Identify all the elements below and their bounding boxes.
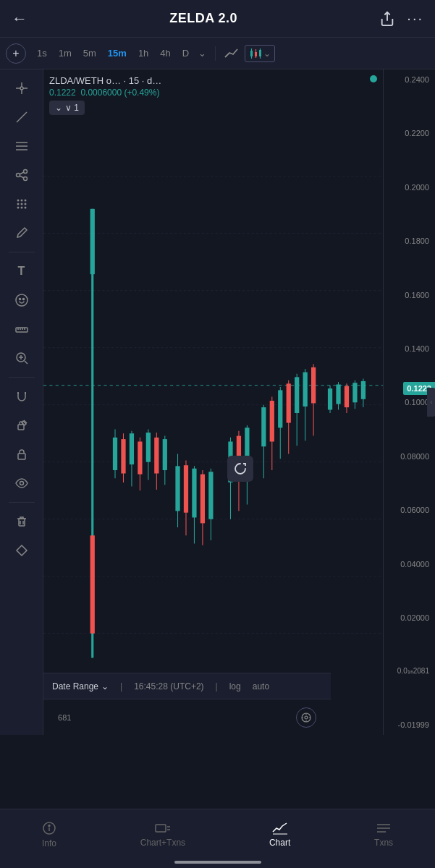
svg-rect-84 <box>175 466 180 511</box>
header-actions: ··· <box>379 10 423 27</box>
svg-point-34 <box>19 299 20 300</box>
price-0.1400: 0.1400 <box>387 344 432 353</box>
svg-rect-82 <box>163 439 167 470</box>
svg-point-26 <box>24 200 26 202</box>
svg-rect-106 <box>287 383 291 422</box>
svg-marker-54 <box>17 545 27 556</box>
nav-chart[interactable]: Chart <box>261 817 299 852</box>
svg-rect-112 <box>311 367 316 404</box>
zoom-tool[interactable] <box>9 345 35 371</box>
text-icon: T <box>18 265 25 278</box>
svg-point-19 <box>16 174 20 177</box>
delete-tool[interactable] <box>9 509 35 535</box>
toolbar-divider-1 <box>9 252 35 252</box>
page-title: ZELDA 2.0 <box>169 11 237 26</box>
nav-txns[interactable]: Txns <box>366 817 402 852</box>
chart-canvas[interactable]: ZLDA/WETH o… · 15 · d… 0.1222 0.0006000 … <box>43 69 383 735</box>
svg-point-27 <box>17 203 19 205</box>
svg-point-131 <box>48 825 50 826</box>
pencil-tool[interactable] <box>9 220 35 246</box>
date-range-button[interactable]: Date Range ⌄ <box>52 681 109 692</box>
nav-chart-txns[interactable]: Chart+Txns <box>132 817 194 852</box>
price-0.02000: 0.02000 <box>387 613 432 622</box>
svg-rect-114 <box>328 388 332 409</box>
nav-info[interactable]: Info <box>33 817 65 853</box>
svg-rect-70 <box>113 438 117 470</box>
chart-settings-button[interactable]: ⌄ ∨ 1 <box>49 101 85 115</box>
log-button[interactable]: log <box>229 681 241 692</box>
scatter-tool[interactable] <box>9 191 35 217</box>
tf-15m[interactable]: 15m <box>103 45 132 61</box>
chart-price-change: 0.1222 0.0006000 (+0.49%) <box>49 88 161 98</box>
more-button[interactable]: ··· <box>407 10 423 27</box>
refresh-button[interactable] <box>227 456 253 482</box>
horizontal-lines-tool[interactable] <box>9 133 35 159</box>
tf-1m[interactable]: 1m <box>54 45 77 61</box>
svg-rect-92 <box>208 472 213 519</box>
tf-more-button[interactable]: ⌄ <box>195 45 209 61</box>
toolbar-divider-3 <box>9 502 35 503</box>
bottom-navigation: Info Chart+Txns Chart Txns <box>0 809 435 868</box>
price-0.1800: 0.1800 <box>387 237 432 245</box>
nav-chart-label: Chart <box>269 838 290 848</box>
svg-rect-68 <box>90 535 95 633</box>
add-timeframe-button[interactable]: + <box>6 43 26 64</box>
network-tool[interactable] <box>9 162 35 188</box>
svg-rect-67 <box>90 209 95 274</box>
candle-icon <box>249 47 262 60</box>
svg-rect-108 <box>295 377 299 413</box>
svg-point-14 <box>20 87 23 90</box>
svg-rect-86 <box>184 465 188 512</box>
svg-rect-118 <box>345 386 349 407</box>
tf-1s[interactable]: 1s <box>32 45 52 61</box>
crosshair-time-button[interactable] <box>296 707 316 728</box>
price-0.2000: 0.2000 <box>387 183 432 192</box>
svg-point-31 <box>20 207 22 209</box>
svg-point-24 <box>17 200 19 202</box>
svg-rect-4 <box>255 52 257 56</box>
svg-line-23 <box>20 176 24 178</box>
line-chart-icon[interactable] <box>224 47 240 60</box>
txns-icon <box>376 822 392 835</box>
chart-type-chevron: ⌄ <box>263 48 271 59</box>
text-tool[interactable]: T <box>9 258 35 284</box>
price-0.06000: 0.06000 <box>387 506 432 514</box>
visibility-tool[interactable] <box>9 470 35 496</box>
svg-rect-7 <box>259 50 261 56</box>
candle-chart-button[interactable]: ⌄ <box>245 45 275 62</box>
svg-line-22 <box>20 172 24 174</box>
tf-5m[interactable]: 5m <box>78 45 101 61</box>
price-chart-svg <box>43 127 383 699</box>
back-button[interactable]: ← <box>12 9 28 28</box>
tf-1h[interactable]: 1h <box>133 45 153 61</box>
emoji-tool[interactable] <box>9 287 35 313</box>
svg-line-42 <box>25 361 28 364</box>
svg-point-32 <box>24 207 26 209</box>
magnet-tool[interactable] <box>9 383 35 409</box>
lock-edit-tool[interactable] <box>9 412 35 438</box>
chart-overlay-info: ZLDA/WETH o… · 15 · d… 0.1222 0.0006000 … <box>49 75 161 115</box>
home-indicator <box>174 861 261 864</box>
tf-4h[interactable]: 4h <box>155 45 175 61</box>
svg-point-20 <box>23 170 27 174</box>
svg-point-33 <box>16 294 28 306</box>
sidebar-collapse-button[interactable]: ‹ <box>427 388 435 417</box>
share-icon[interactable] <box>379 11 395 27</box>
toolbar-divider-2 <box>9 377 35 378</box>
time-label-1: 1 <box>67 713 71 722</box>
crosshair-tool[interactable] <box>9 75 35 101</box>
shape-tool[interactable] <box>9 537 35 563</box>
time-value: 16:45:28 (UTC+2) <box>134 681 203 692</box>
svg-rect-47 <box>18 425 24 430</box>
ruler-tool[interactable] <box>9 316 35 342</box>
price-0.1000: 0.1000 <box>387 398 432 407</box>
line-tool[interactable] <box>9 104 35 130</box>
chart-icon <box>272 822 288 835</box>
svg-rect-122 <box>361 381 366 399</box>
lock-tool[interactable] <box>9 441 35 467</box>
tf-d[interactable]: D <box>177 45 194 61</box>
auto-button[interactable]: auto <box>253 681 269 692</box>
app-header: ← ZELDA 2.0 ··· <box>0 0 435 38</box>
svg-rect-88 <box>192 469 196 518</box>
svg-rect-132 <box>156 825 166 832</box>
